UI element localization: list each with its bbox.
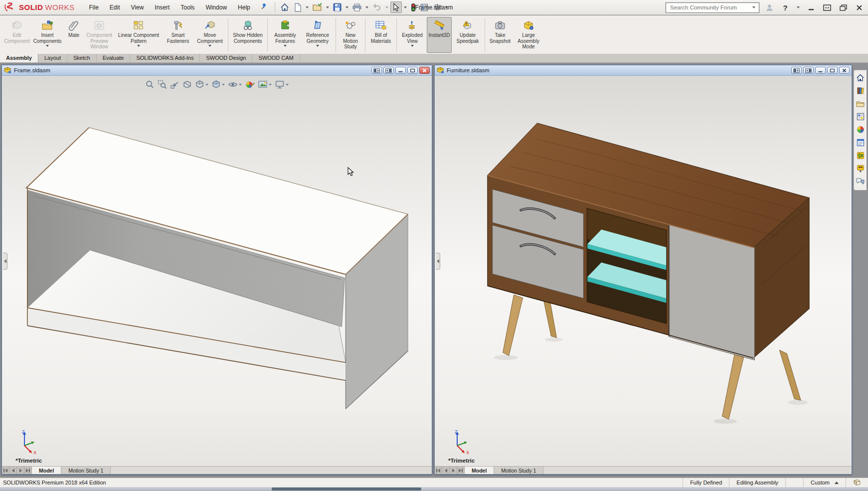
community-search-box[interactable]: [666, 2, 759, 13]
furniture-window-titlebar[interactable]: Furniture.sldasm: [435, 65, 852, 76]
ribbon-assembly-features[interactable]: Assembly Features: [270, 17, 301, 53]
pin-menu-icon[interactable]: [260, 3, 267, 12]
tab-assembly[interactable]: Assembly: [0, 54, 38, 62]
undo-button[interactable]: [370, 2, 383, 13]
close-app-button[interactable]: [853, 2, 865, 13]
ribbon-large-assembly-mode[interactable]: Large Assembly Mode: [514, 17, 543, 53]
taskpane-design-library-icon[interactable]: [855, 85, 866, 97]
linear-pattern-dropdown[interactable]: [137, 45, 140, 47]
taskpane-home-icon[interactable]: [855, 72, 866, 84]
taskpane-custom-properties-icon[interactable]: [855, 137, 866, 149]
move-component-dropdown[interactable]: [208, 45, 211, 47]
zoom-to-fit-icon[interactable]: [144, 79, 156, 90]
ribbon-take-snapshot[interactable]: Take Snapshot: [487, 17, 513, 53]
restore-window-button[interactable]: [407, 67, 418, 74]
motion-study-tab[interactable]: Motion Study 1: [494, 467, 543, 474]
ribbon-insert-components[interactable]: Insert Components: [31, 17, 63, 53]
tab-swood-design[interactable]: SWOOD Design: [200, 54, 252, 62]
restore-windows-button[interactable]: [837, 2, 849, 13]
pane-right-button[interactable]: [803, 67, 814, 74]
insert-components-dropdown[interactable]: [46, 45, 49, 47]
ribbon-smart-fasteners[interactable]: Smart Fasteners: [163, 17, 193, 53]
hide-show-items-dropdown[interactable]: [239, 84, 242, 86]
first-tab-button[interactable]: [2, 467, 9, 474]
prev-tab-button[interactable]: [442, 467, 450, 474]
minimize-window-button[interactable]: [395, 67, 406, 74]
select-tool-dropdown[interactable]: [404, 6, 407, 8]
display-style-dropdown[interactable]: [222, 84, 225, 86]
featuremanager-collapse-tab[interactable]: [3, 253, 7, 270]
pane-left-button[interactable]: [371, 67, 382, 74]
edit-appearance-icon[interactable]: [244, 79, 256, 90]
previous-view-icon[interactable]: [169, 79, 180, 90]
menu-edit[interactable]: Edit: [105, 1, 125, 13]
ribbon-linear-component-pattern[interactable]: Linear Component Pattern: [115, 17, 162, 53]
save-dropdown[interactable]: [346, 6, 348, 8]
search-input[interactable]: [670, 4, 747, 10]
fullscreen-button[interactable]: [821, 2, 833, 13]
quick-tip-button[interactable]: [846, 478, 868, 487]
menu-tools[interactable]: Tools: [176, 1, 199, 13]
model-tab[interactable]: Model: [465, 467, 494, 474]
open-dropdown[interactable]: [326, 6, 329, 8]
menu-insert[interactable]: Insert: [150, 1, 174, 13]
taskpane-appearances-icon[interactable]: [855, 124, 866, 136]
restore-window-button[interactable]: [827, 67, 838, 74]
view-settings-dropdown[interactable]: [286, 84, 289, 86]
undo-dropdown[interactable]: [385, 6, 388, 8]
taskpane-file-explorer-icon[interactable]: [855, 98, 866, 110]
print-button[interactable]: [350, 2, 363, 13]
apply-scene-dropdown[interactable]: [269, 84, 272, 86]
ribbon-exploded-view[interactable]: Exploded View: [399, 17, 426, 53]
minimize-window-button[interactable]: [815, 67, 826, 74]
ribbon-move-component[interactable]: Move Component: [194, 17, 226, 53]
featuremanager-collapse-tab[interactable]: [436, 253, 440, 270]
menu-window[interactable]: Window: [201, 1, 231, 13]
exploded-view-dropdown[interactable]: [411, 45, 414, 47]
last-tab-button[interactable]: [24, 467, 32, 474]
apply-scene-icon[interactable]: [257, 79, 273, 90]
ribbon-edit-component[interactable]: Edit Component: [3, 17, 30, 53]
menu-file[interactable]: File: [85, 1, 103, 13]
search-dropdown[interactable]: [752, 6, 755, 8]
taskpane-swood-cam-icon[interactable]: [855, 163, 866, 174]
view-orientation-dropdown[interactable]: [205, 84, 208, 86]
menu-view[interactable]: View: [127, 1, 149, 13]
zoom-to-area-icon[interactable]: [157, 79, 168, 90]
furniture-3d-viewport[interactable]: Z X *Trimetric: [435, 76, 851, 466]
frame-window-titlebar[interactable]: Frame.sldasm: [2, 65, 432, 76]
ribbon-instant3d[interactable]: Instant3D: [427, 17, 452, 53]
ribbon-reference-geometry[interactable]: Reference Geometry: [302, 17, 334, 53]
motion-study-tab[interactable]: Motion Study 1: [61, 467, 111, 474]
prev-tab-button[interactable]: [9, 467, 17, 474]
close-window-button[interactable]: [419, 67, 430, 74]
open-button[interactable]: [311, 1, 324, 13]
tab-evaluate[interactable]: Evaluate: [97, 54, 131, 62]
view-settings-icon[interactable]: [274, 79, 290, 90]
first-tab-button[interactable]: [435, 467, 442, 474]
tab-sketch[interactable]: Sketch: [67, 54, 97, 62]
help-button[interactable]: ?: [779, 2, 791, 13]
assembly-features-dropdown[interactable]: [284, 45, 287, 47]
save-button[interactable]: [331, 1, 344, 13]
ribbon-mate[interactable]: Mate: [64, 17, 83, 53]
ribbon-show-hidden-components[interactable]: Show Hidden Components: [230, 17, 265, 53]
next-tab-button[interactable]: [17, 467, 24, 474]
select-tool-button[interactable]: [390, 1, 402, 13]
print-dropdown[interactable]: [365, 6, 368, 8]
reference-geometry-dropdown[interactable]: [316, 45, 319, 47]
tab-layout[interactable]: Layout: [38, 54, 67, 62]
menu-help[interactable]: Help: [233, 1, 255, 13]
minimize-button[interactable]: [805, 2, 817, 13]
close-window-button[interactable]: [839, 67, 850, 74]
tab-swood-cam[interactable]: SWOOD CAM: [252, 54, 300, 62]
new-document-dropdown[interactable]: [306, 6, 309, 8]
section-view-icon[interactable]: [181, 79, 193, 90]
ribbon-new-motion-study[interactable]: New Motion Study: [338, 17, 363, 53]
units-selector[interactable]: Custom: [803, 478, 846, 487]
model-tab[interactable]: Model: [32, 467, 61, 474]
taskpane-swood-design-icon[interactable]: [855, 150, 866, 162]
display-style-icon[interactable]: [210, 79, 226, 90]
taskpane-view-palette-icon[interactable]: [855, 111, 866, 123]
tab-solidworks-add-ins[interactable]: SOLIDWORKS Add-Ins: [130, 54, 200, 62]
